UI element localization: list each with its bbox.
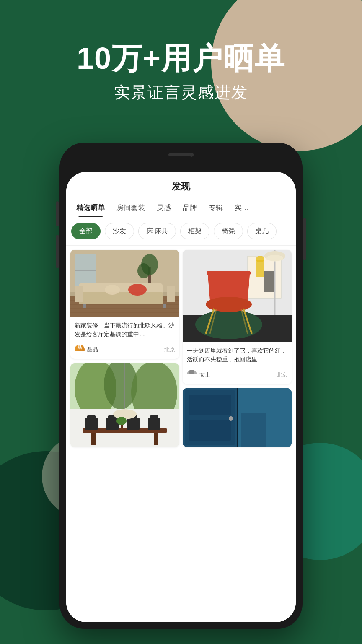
grid-col-left: 新家装修，当下最流行的北欧风格。沙发是给客厅定基调的重中… 晶 晶晶 北京 [70,250,179,618]
svg-rect-36 [148,418,160,430]
author-name-jingjing: 晶晶 [87,346,98,353]
card-chair-image [183,250,292,342]
card-sofa-author: 晶 晶晶 [75,345,98,355]
card-blue-image [183,388,292,447]
tab-inspiration[interactable]: 灵感 [151,199,177,217]
grid-col-right: 一进到店里就看到了它，喜欢它的红，活跃而不失稳重，抱回店里… 女 [183,250,292,618]
phone-power-button [303,218,306,260]
svg-rect-62 [189,420,231,441]
phone-top-bar [66,149,296,170]
svg-rect-14 [79,292,163,304]
card-chair-body: 一进到店里就看到了它，喜欢它的红，活跃而不失稳重，抱回店里… [183,342,292,367]
svg-point-57 [266,255,283,262]
svg-point-49 [195,310,262,339]
author-name-nushi: 女士 [199,371,210,379]
author-location-jingjing: 北京 [164,346,175,353]
headline-main: 10万+用户晒单 [0,42,362,75]
svg-point-50 [206,297,252,312]
svg-rect-18 [163,304,166,308]
svg-rect-37 [150,415,158,419]
pill-bed[interactable]: 床·床具 [138,223,176,239]
svg-rect-34 [127,418,140,430]
card-sofa-text: 新家装修，当下最流行的北欧风格。沙发是给客厅定基调的重中… [75,321,175,339]
svg-rect-17 [83,304,86,308]
card-blue[interactable] [183,388,292,447]
svg-point-19 [128,284,147,296]
app-title: 发现 [66,180,296,199]
avatar-jingjing: 晶 [75,345,85,355]
phone-volume-down-button [56,235,59,268]
svg-point-20 [105,285,120,295]
svg-rect-15 [75,286,83,302]
card-sofa[interactable]: 新家装修，当下最流行的北欧风格。沙发是给客厅定基调的重中… 晶 晶晶 北京 [70,250,179,359]
tab-room-sets[interactable]: 房间套装 [111,199,151,217]
phone-volume-up-button [56,201,59,226]
phone-outer: 发现 精选晒单 房间套装 灵感 品牌 [59,143,303,629]
card-dining[interactable] [70,363,179,447]
card-sofa-footer: 晶 晶晶 北京 [70,342,179,359]
phone-camera [189,153,194,157]
card-chair[interactable]: 一进到店里就看到了它，喜欢它的红，活跃而不失稳重，抱回店里… 女 [183,250,292,384]
pill-all[interactable]: 全部 [71,223,101,239]
card-chair-author: 女士 [187,370,210,380]
headline-sub: 实景证言灵感进发 [0,82,362,103]
tab-featured-shares[interactable]: 精选晒单 [70,199,111,217]
card-chair-footer: 女士 北京 [183,367,292,384]
tab-album[interactable]: 专辑 [203,199,229,217]
card-sofa-image [70,250,179,317]
svg-rect-45 [256,260,264,277]
content-grid: 新家装修，当下最流行的北欧风格。沙发是给客厅定基调的重中… 晶 晶晶 北京 [66,246,296,622]
svg-rect-32 [106,418,119,430]
svg-point-39 [113,409,137,419]
card-dining-image [70,363,179,447]
pill-sofa[interactable]: 沙发 [105,223,134,239]
avatar-nushi [187,370,197,380]
svg-rect-30 [85,418,98,430]
author-location-nushi: 北京 [277,371,287,379]
tab-more[interactable]: 实… [229,199,255,217]
headline-section: 10万+用户晒单 实景证言灵感进发 [0,42,362,103]
screen-inner: 发现 精选晒单 房间套装 灵感 品牌 [66,172,296,622]
phone-mockup: 发现 精选晒单 房间套装 灵感 品牌 [59,143,303,629]
svg-rect-16 [167,286,175,302]
svg-point-63 [229,416,233,421]
app-header: 发现 精选晒单 房间套装 灵感 品牌 [66,172,296,217]
filter-pills: 全部 沙发 床·床具 柜架 椅凳 桌几 [66,217,296,246]
tab-brand[interactable]: 品牌 [177,199,203,217]
svg-rect-28 [91,433,96,445]
svg-rect-31 [87,415,96,419]
svg-point-46 [256,256,264,262]
nav-tabs: 精选晒单 房间套装 灵感 品牌 专辑 [66,199,296,217]
pill-chair[interactable]: 椅凳 [214,223,243,239]
svg-rect-61 [189,395,231,415]
svg-rect-47 [264,271,275,292]
svg-rect-65 [241,413,266,447]
svg-point-41 [116,417,127,425]
phone-screen: 发现 精选晒单 房间套装 灵感 品牌 [66,172,296,622]
svg-point-7 [137,263,150,278]
svg-rect-29 [154,433,158,445]
pill-table[interactable]: 桌几 [247,223,277,239]
card-sofa-body: 新家装修，当下最流行的北欧风格。沙发是给客厅定基调的重中… [70,317,179,342]
pill-shelf[interactable]: 柜架 [180,223,209,239]
card-chair-text: 一进到店里就看到了它，喜欢它的红，活跃而不失稳重，抱回店里… [187,346,287,364]
